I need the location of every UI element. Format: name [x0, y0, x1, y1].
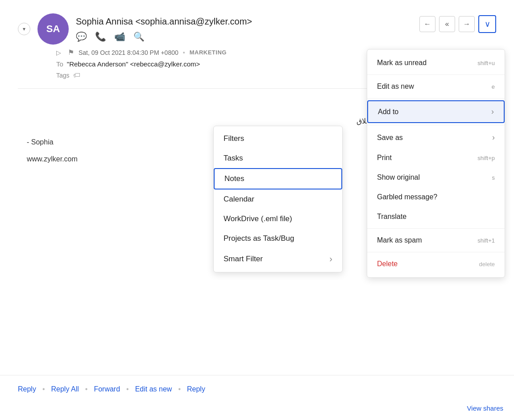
email-header: ▾ SA Sophia Annisa <sophia.annisa@zylker…	[18, 13, 496, 45]
sender-name: Sophia Annisa <sophia.annisa@zylker.com>	[76, 16, 252, 27]
submenu-item-workdrive[interactable]: WorkDrive (.eml file)	[214, 209, 342, 229]
search-icon[interactable]: 🔍	[133, 31, 145, 42]
email-view: ▾ SA Sophia Annisa <sophia.annisa@zylker…	[0, 0, 514, 420]
context-menu: Mark as unread shift+u Edit as new e Add…	[367, 49, 505, 278]
submenu-item-projects[interactable]: Projects as Task/Bug	[214, 229, 342, 248]
menu-item-edit-as-new[interactable]: Edit as new e	[367, 77, 505, 96]
submenu-item-calendar[interactable]: Calendar	[214, 189, 342, 209]
back-all-button[interactable]: «	[439, 16, 455, 32]
more-options-button[interactable]: ∨	[478, 15, 496, 33]
submenu-item-filters[interactable]: Filters	[214, 129, 342, 148]
menu-item-mark-spam[interactable]: Mark as spam shift+1	[367, 231, 505, 250]
menu-item-print[interactable]: Print shift+p	[367, 148, 505, 168]
reply-all-link[interactable]: Reply All	[51, 385, 79, 393]
menu-item-save-as[interactable]: Save as ›	[367, 127, 505, 148]
chat-icon[interactable]: 💬	[76, 31, 87, 42]
sender-info: ▾ SA Sophia Annisa <sophia.annisa@zylker…	[18, 13, 252, 45]
menu-item-garbled[interactable]: Garbled message?	[367, 187, 505, 207]
submenu-item-notes[interactable]: Notes	[214, 168, 342, 189]
menu-item-add-to[interactable]: Add to ›	[367, 100, 505, 123]
add-to-submenu: Filters Tasks Notes Calendar WorkDrive (…	[213, 126, 343, 272]
view-shares-link[interactable]: View shares	[467, 404, 503, 412]
tags-label: Tags	[56, 72, 70, 79]
submenu-item-tasks[interactable]: Tasks	[214, 148, 342, 168]
reply-link[interactable]: Reply	[18, 385, 36, 393]
avatar: SA	[37, 13, 69, 45]
tag-icon: 🏷	[73, 71, 80, 79]
video-icon[interactable]: 📹	[114, 31, 125, 42]
menu-item-translate[interactable]: Translate	[367, 207, 505, 226]
action-icons: 💬 📞 📹 🔍	[76, 31, 252, 42]
expand-button[interactable]: ▾	[18, 23, 30, 35]
email-date: Sat, 09 Oct 2021 8:04:30 PM +0800	[79, 49, 178, 56]
flag-icon: ⚑	[68, 48, 74, 57]
bottom-actions: Reply • Reply All • Forward • Edit as ne…	[18, 385, 496, 393]
header-buttons: ← « → ∨	[419, 15, 496, 33]
edit-as-new-link[interactable]: Edit as new	[135, 385, 172, 393]
to-address: "Rebecca Anderson" <rebecca@zylker.com>	[67, 60, 200, 68]
email-category: MARKETING	[190, 49, 227, 56]
submenu-item-smart-filter[interactable]: Smart Filter	[214, 248, 342, 269]
menu-item-mark-unread[interactable]: Mark as unread shift+u	[367, 53, 505, 73]
phone-icon[interactable]: 📞	[95, 31, 106, 42]
forward-button[interactable]: →	[459, 16, 475, 32]
back-button[interactable]: ←	[419, 16, 435, 32]
sender-details: Sophia Annisa <sophia.annisa@zylker.com>…	[76, 16, 252, 42]
menu-item-show-original[interactable]: Show original s	[367, 168, 505, 187]
forward-link[interactable]: Forward	[94, 385, 120, 393]
reply2-link[interactable]: Reply	[187, 385, 205, 393]
to-label: To	[56, 60, 63, 68]
bottom-divider	[0, 375, 514, 375]
menu-item-delete[interactable]: Delete delete	[367, 254, 505, 274]
